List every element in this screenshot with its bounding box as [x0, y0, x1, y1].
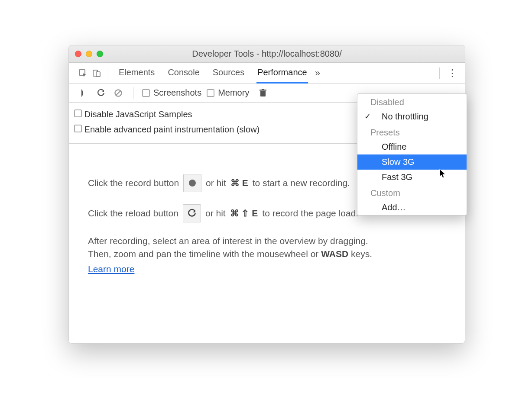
panel-tabs: Elements Console Sources Performance: [118, 63, 308, 83]
reload-button[interactable]: [183, 204, 201, 222]
checkbox-icon: [74, 125, 82, 132]
keyboard-shortcut: ⌘ ⇧ E: [230, 207, 258, 220]
tabs-overflow-button[interactable]: »: [315, 68, 320, 79]
tab-label: Console: [168, 68, 199, 77]
tab-label: Performance: [257, 68, 307, 77]
instruction-text: or hit: [206, 177, 226, 190]
instruction-text: After recording, select an area of inter…: [88, 236, 368, 246]
close-window-button[interactable]: [75, 51, 81, 57]
svg-line-4: [116, 91, 120, 95]
svg-rect-7: [262, 89, 264, 90]
instruction-text: Then, zoom and pan the timeline with the…: [88, 249, 321, 259]
trash-icon[interactable]: [257, 87, 269, 99]
zoom-window-button[interactable]: [97, 51, 103, 57]
memory-checkbox[interactable]: Memory: [207, 88, 249, 98]
instruction-text: Click the reload button: [88, 207, 178, 220]
minimize-window-button[interactable]: [86, 51, 92, 57]
titlebar: Developer Tools - http://localhost:8080/: [69, 45, 465, 63]
separator: [108, 68, 108, 79]
dropdown-item-label: Slow 3G: [382, 157, 415, 167]
devtools-tabbar: Elements Console Sources Performance » ⋮: [69, 63, 465, 84]
dropdown-group-header-disabled: Disabled: [357, 94, 467, 109]
dropdown-item-label: Fast 3G: [382, 172, 412, 182]
window-title: Developer Tools - http://localhost:8080/: [69, 49, 465, 59]
instruction-text: to start a new recording.: [253, 177, 350, 190]
svg-rect-5: [260, 91, 266, 96]
dropdown-group-header-custom: Custom: [357, 185, 467, 200]
checkbox-icon: [207, 89, 214, 97]
tab-console[interactable]: Console: [167, 63, 200, 84]
tab-performance[interactable]: Performance: [256, 63, 308, 84]
dropdown-group-header-presets: Presets: [357, 124, 467, 139]
dropdown-item-no-throttling[interactable]: ✓ No throttling: [357, 109, 467, 124]
reload-icon[interactable]: [95, 87, 107, 99]
disable-js-samples-checkbox[interactable]: Disable JavaScript Samples: [74, 109, 192, 119]
separator: [133, 87, 133, 99]
dropdown-item-label: No throttling: [382, 112, 428, 121]
instruction-text: Click the record button: [88, 177, 179, 190]
dropdown-item-offline[interactable]: Offline: [357, 139, 467, 154]
enable-paint-instrumentation-checkbox[interactable]: Enable advanced paint instrumentation (s…: [74, 125, 260, 135]
checkbox-icon: [74, 109, 82, 117]
record-icon[interactable]: [78, 87, 90, 99]
tab-elements[interactable]: Elements: [118, 63, 156, 84]
clear-icon[interactable]: [112, 87, 124, 99]
settings-menu-button[interactable]: ⋮: [445, 68, 460, 79]
mouse-cursor-icon: [439, 169, 447, 179]
device-toolbar-icon[interactable]: [91, 67, 103, 79]
dropdown-item-fast-3g[interactable]: Fast 3G: [357, 170, 467, 185]
dropdown-item-add[interactable]: Add…: [357, 200, 467, 215]
tab-label: Elements: [119, 68, 155, 77]
screenshots-checkbox[interactable]: Screenshots: [142, 88, 201, 98]
tab-label: Sources: [213, 68, 244, 77]
checkbox-label: Screenshots: [153, 88, 201, 98]
dropdown-item-slow-3g[interactable]: Slow 3G: [357, 154, 467, 170]
instruction-text: keys.: [348, 249, 372, 259]
instruction-text: to record the page load.: [262, 207, 358, 220]
check-icon: ✓: [364, 112, 371, 121]
instruction-text: or hit: [205, 207, 226, 220]
keyboard-shortcut: ⌘ E: [230, 177, 248, 190]
network-throttling-dropdown: Disabled ✓ No throttling Presets Offline…: [357, 93, 467, 215]
separator: [439, 68, 440, 79]
learn-more-link[interactable]: Learn more: [88, 263, 134, 276]
checkbox-label: Enable advanced paint instrumentation (s…: [84, 125, 260, 134]
checkbox-label: Disable JavaScript Samples: [84, 109, 192, 119]
checkbox-icon: [142, 89, 150, 97]
dropdown-item-label: Offline: [382, 142, 406, 151]
inspect-element-icon[interactable]: [77, 67, 89, 79]
traffic-lights: [69, 51, 103, 57]
wasd-text: WASD: [321, 249, 348, 259]
svg-rect-2: [96, 72, 100, 77]
tab-sources[interactable]: Sources: [212, 63, 245, 84]
instruction-paragraph: After recording, select an area of inter…: [88, 235, 446, 261]
checkbox-label: Memory: [218, 88, 249, 98]
record-dot-icon: [189, 180, 196, 186]
dropdown-item-label: Add…: [382, 203, 406, 212]
record-button[interactable]: [183, 174, 201, 192]
